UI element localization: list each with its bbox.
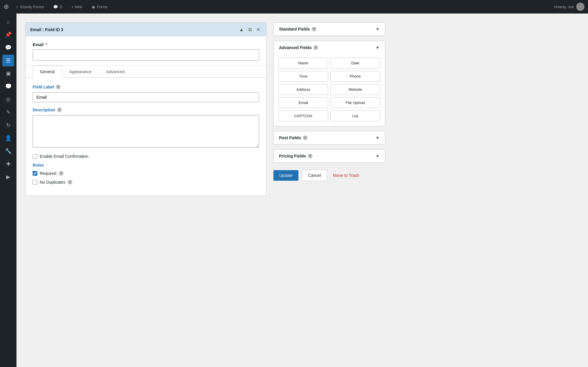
standard-fields-header[interactable]: Standard Fields ? ▼: [274, 23, 385, 36]
field-label-help-icon[interactable]: ?: [56, 85, 61, 89]
adminbar-right: Howdy, Joe: [554, 3, 584, 11]
adminbar-new[interactable]: + New: [69, 0, 85, 14]
field-btn-date[interactable]: Date: [330, 58, 380, 68]
post-fields-header[interactable]: Post Fields ? ▼: [274, 131, 385, 144]
post-fields-chevron-icon: ▼: [375, 135, 380, 140]
duplicate-button[interactable]: ⧉: [247, 26, 253, 33]
field-card-actions: ▲ ⧉ ✕: [238, 26, 261, 33]
no-duplicates-help-icon[interactable]: ?: [68, 180, 72, 185]
user-greeting: Howdy, Joe: [554, 5, 574, 9]
post-fields-panel: Post Fields ? ▼: [273, 131, 385, 145]
sidebar-item-users[interactable]: 👤: [2, 132, 14, 144]
enable-email-confirmation-checkbox[interactable]: [33, 154, 37, 159]
avatar: [576, 3, 584, 11]
field-btn-file-upload[interactable]: File Upload: [330, 97, 380, 108]
collapse-button[interactable]: ▲: [238, 26, 245, 33]
standard-fields-help-icon[interactable]: ?: [312, 27, 316, 31]
rules-section: Rules Required ? No Duplicates ?: [33, 163, 259, 185]
post-fields-title: Post Fields ?: [279, 135, 308, 140]
field-label-section: Field Label ?: [33, 85, 259, 89]
description-help-icon[interactable]: ?: [57, 108, 62, 112]
field-preview: Email *: [26, 36, 266, 66]
field-btn-phone[interactable]: Phone: [330, 71, 380, 82]
sidebar-item-pages[interactable]: ▣: [2, 68, 14, 79]
pricing-fields-title: Pricing Fields ?: [279, 154, 313, 158]
field-label-input[interactable]: [33, 92, 259, 102]
sidebar-item-pin[interactable]: 📌: [2, 29, 14, 41]
no-duplicates-checkbox[interactable]: [33, 180, 37, 185]
forms-label: Forms: [97, 5, 108, 9]
field-btn-list[interactable]: List: [330, 110, 380, 121]
advanced-fields-help-icon[interactable]: ?: [313, 45, 318, 50]
advanced-fields-chevron-icon: ▼: [375, 45, 380, 50]
field-btn-address[interactable]: Address: [278, 84, 328, 95]
update-button[interactable]: Update: [273, 170, 298, 181]
post-fields-help-icon[interactable]: ?: [303, 135, 308, 140]
email-confirmation-row: Enable Email Confirmation: [33, 154, 259, 159]
sidebar-item-speech[interactable]: 💭: [2, 81, 14, 92]
tab-content-general: Field Label ? Description ? Enable Email…: [26, 78, 266, 196]
standard-fields-title: Standard Fields ?: [279, 27, 316, 31]
sidebar-item-comments[interactable]: 💬: [2, 42, 14, 53]
field-btn-website[interactable]: Website: [330, 84, 380, 95]
sidebar-item-tools[interactable]: ✎: [2, 106, 14, 118]
home-icon: ⌂: [16, 5, 18, 9]
adminbar-gravity-forms[interactable]: ⌂ Gravity Forms: [14, 0, 46, 14]
field-card: Email : Field ID 3 ▲ ⧉ ✕ Email * General…: [25, 22, 266, 196]
description-textarea[interactable]: [33, 115, 259, 148]
comments-icon: 💬: [53, 5, 58, 9]
field-card-header: Email : Field ID 3 ▲ ⧉ ✕: [26, 23, 266, 36]
sidebar: ⌂ 📌 💬 ☰ ▣ 💭 ◎ ✎ ↻ 👤 🔧 ✚ ▶: [0, 14, 16, 367]
wp-logo-icon[interactable]: ⊕: [4, 3, 9, 11]
main-content: Email : Field ID 3 ▲ ⧉ ✕ Email * General…: [16, 14, 588, 367]
adminbar-comments[interactable]: 💬 0: [51, 0, 64, 14]
comments-count: 0: [60, 5, 62, 9]
rules-label: Rules: [33, 163, 259, 167]
cancel-button[interactable]: Cancel: [302, 170, 327, 181]
new-label: + New: [71, 5, 82, 9]
sidebar-item-analytics[interactable]: ◎: [2, 93, 14, 105]
preview-input[interactable]: [33, 49, 259, 61]
move-to-trash-button[interactable]: Move to Trash: [333, 173, 359, 178]
tabs: General Appearance Advanced: [26, 66, 266, 78]
pricing-fields-panel: Pricing Fields ? ▼: [273, 149, 385, 163]
pricing-fields-header[interactable]: Pricing Fields ? ▼: [274, 150, 385, 162]
required-label[interactable]: Required: [40, 171, 56, 176]
bottom-actions: Update Cancel Move to Trash: [273, 170, 385, 181]
required-checkbox[interactable]: [33, 171, 37, 176]
field-btn-name[interactable]: Name: [278, 58, 328, 68]
tab-general[interactable]: General: [33, 66, 62, 78]
field-card-title: Email : Field ID 3: [30, 27, 63, 32]
sidebar-item-dashboard[interactable]: ⌂: [2, 16, 14, 28]
no-duplicates-label[interactable]: No Duplicates: [40, 180, 65, 185]
tab-appearance[interactable]: Appearance: [62, 66, 99, 78]
field-btn-time[interactable]: Time: [278, 71, 328, 82]
no-duplicates-row: No Duplicates ?: [33, 180, 259, 185]
right-panel: Standard Fields ? ▼ Advanced Fields ? ▼ …: [273, 22, 385, 358]
gravity-forms-label: Gravity Forms: [20, 5, 44, 9]
sidebar-item-plugins[interactable]: ✚: [2, 158, 14, 170]
standard-fields-chevron-icon: ▼: [375, 27, 380, 31]
required-help-icon[interactable]: ?: [59, 171, 64, 176]
enable-email-confirmation-label[interactable]: Enable Email Confirmation: [40, 154, 88, 159]
close-button[interactable]: ✕: [255, 26, 261, 33]
tab-advanced[interactable]: Advanced: [99, 66, 132, 78]
standard-fields-panel: Standard Fields ? ▼: [273, 22, 385, 36]
pricing-fields-help-icon[interactable]: ?: [308, 154, 313, 158]
admin-bar: ⊕ ⌂ Gravity Forms 💬 0 + New ◉ Forms Howd…: [0, 0, 588, 14]
field-btn-email[interactable]: Email: [278, 97, 328, 108]
adminbar-forms[interactable]: ◉ Forms: [89, 0, 110, 14]
pricing-fields-chevron-icon: ▼: [375, 154, 380, 158]
field-editor: Email : Field ID 3 ▲ ⧉ ✕ Email * General…: [25, 22, 266, 358]
sidebar-item-settings[interactable]: 🔧: [2, 145, 14, 157]
advanced-fields-header[interactable]: Advanced Fields ? ▼: [274, 41, 385, 54]
advanced-fields-title: Advanced Fields ?: [279, 45, 318, 50]
required-marker: *: [45, 42, 47, 47]
required-row: Required ?: [33, 171, 259, 176]
preview-label: Email *: [33, 42, 259, 47]
field-btn-captcha[interactable]: CAPTCHA: [278, 110, 328, 121]
sidebar-item-media[interactable]: ▶: [2, 171, 14, 183]
sidebar-item-updates[interactable]: ↻: [2, 119, 14, 131]
description-section: Description ?: [33, 108, 259, 112]
sidebar-item-forms[interactable]: ☰: [2, 55, 14, 66]
